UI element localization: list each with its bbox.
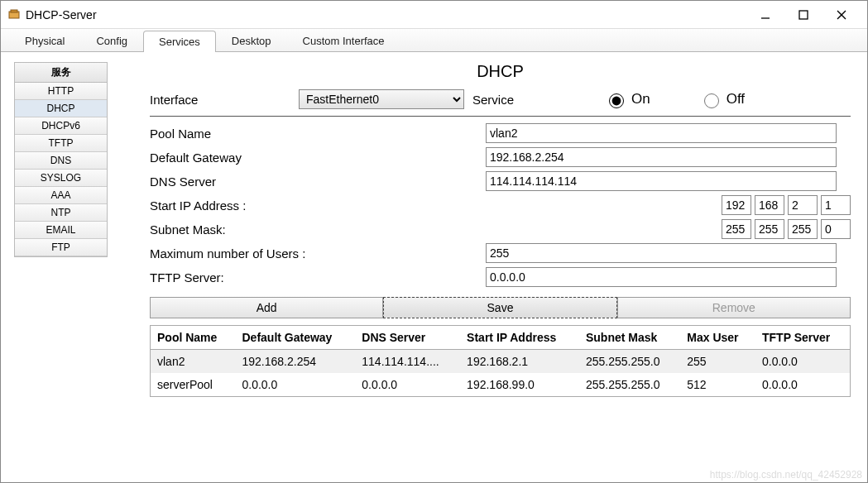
off-label: Off: [727, 91, 745, 108]
maxusers-input[interactable]: [486, 243, 837, 263]
sidebar-item-dhcp[interactable]: DHCP: [15, 100, 107, 117]
table-cell: 192.168.2.1: [460, 350, 579, 374]
action-buttons: Add Save Remove: [150, 297, 851, 318]
table-header[interactable]: Max User: [680, 326, 755, 350]
tab-services[interactable]: Services: [143, 31, 216, 52]
sidebar-item-email[interactable]: EMAIL: [15, 222, 107, 239]
gateway-label: Default Gateway: [150, 151, 486, 165]
dns-row: DNS Server: [150, 171, 851, 191]
service-on-input[interactable]: [609, 93, 624, 108]
content-area: 服务 HTTPDHCPDHCPv6TFTPDNSSYSLOGAAANTPEMAI…: [1, 52, 867, 482]
add-button[interactable]: Add: [150, 297, 383, 318]
service-on-radio[interactable]: On: [605, 91, 650, 108]
table-cell: 192.168.99.0: [460, 373, 579, 397]
tab-physical[interactable]: Physical: [9, 30, 80, 51]
table-header[interactable]: Subnet Mask: [579, 326, 680, 350]
minimize-button[interactable]: [746, 2, 784, 27]
sidebar-item-ftp[interactable]: FTP: [15, 239, 107, 256]
table-cell: 0.0.0.0: [235, 373, 355, 397]
title-text: DHCP-Server: [26, 8, 746, 22]
interface-label: Interface: [150, 93, 299, 107]
gateway-row: Default Gateway: [150, 147, 851, 167]
save-button[interactable]: Save: [383, 297, 616, 318]
table-row[interactable]: serverPool0.0.0.00.0.0.0192.168.99.0255.…: [151, 373, 851, 397]
table-cell: 192.168.2.254: [235, 350, 355, 374]
subnet-oct4[interactable]: [821, 219, 851, 239]
subnet-oct2[interactable]: [755, 219, 784, 239]
subnet-row: Subnet Mask:: [150, 219, 851, 239]
remove-button[interactable]: Remove: [617, 297, 851, 318]
table-header[interactable]: Start IP Address: [460, 326, 579, 350]
service-off-input[interactable]: [704, 93, 719, 108]
table-header[interactable]: TFTP Server: [755, 326, 851, 350]
interface-row: Interface FastEthernet0 Service On Off: [150, 89, 851, 109]
services-sidebar: 服务 HTTPDHCPDHCPv6TFTPDNSSYSLOGAAANTPEMAI…: [1, 52, 125, 482]
subnet-oct1[interactable]: [722, 219, 751, 239]
title-bar: DHCP-Server: [1, 1, 867, 29]
sidebar-header: 服务: [15, 63, 107, 83]
svg-rect-1: [11, 10, 17, 12]
sidebar-scrollbar[interactable]: [108, 62, 120, 257]
start-ip-row: Start IP Address :: [150, 195, 851, 215]
sidebar-item-aaa[interactable]: AAA: [15, 187, 107, 204]
sidebar-item-dns[interactable]: DNS: [15, 152, 107, 170]
pool-name-input[interactable]: [486, 123, 837, 143]
table-header[interactable]: DNS Server: [355, 326, 460, 350]
maxusers-row: Maximum number of Users :: [150, 243, 851, 263]
pool-table: Pool NameDefault GatewayDNS ServerStart …: [150, 325, 851, 397]
close-icon: [837, 10, 846, 20]
start-ip-oct3[interactable]: [788, 195, 818, 215]
svg-rect-3: [799, 11, 808, 19]
app-window: DHCP-Server PhysicalConfigServicesDeskto…: [0, 0, 868, 483]
maxusers-label: Maximum number of Users :: [150, 246, 486, 261]
service-off-radio[interactable]: Off: [700, 91, 745, 108]
start-ip-label: Start IP Address :: [150, 198, 486, 213]
tab-config[interactable]: Config: [80, 30, 143, 51]
table-header[interactable]: Pool Name: [151, 326, 236, 350]
tftp-label: TFTP Server:: [150, 270, 486, 285]
pool-name-row: Pool Name: [150, 116, 851, 143]
table-cell: 0.0.0.0: [355, 373, 460, 397]
subnet-oct3[interactable]: [788, 219, 818, 239]
table-header[interactable]: Default Gateway: [235, 326, 355, 350]
sidebar-item-syslog[interactable]: SYSLOG: [15, 170, 107, 187]
maximize-icon: [798, 10, 808, 20]
panel-heading: DHCP: [150, 62, 851, 81]
tab-custom-interface[interactable]: Custom Interface: [287, 30, 400, 51]
table-header-row: Pool NameDefault GatewayDNS ServerStart …: [151, 326, 851, 350]
table-cell: vlan2: [151, 350, 236, 374]
minimize-icon: [760, 10, 770, 20]
dhcp-panel: DHCP Interface FastEthernet0 Service On …: [125, 52, 867, 482]
dns-input[interactable]: [486, 171, 837, 191]
table-row[interactable]: vlan2192.168.2.254114.114.114....192.168…: [151, 350, 851, 374]
sidebar-item-http[interactable]: HTTP: [15, 83, 107, 100]
gateway-input[interactable]: [486, 147, 837, 167]
tab-desktop[interactable]: Desktop: [216, 30, 287, 51]
table-cell: serverPool: [151, 373, 236, 397]
table-cell: 255.255.255.0: [579, 350, 680, 374]
table-cell: 114.114.114....: [355, 350, 460, 374]
service-list: 服务 HTTPDHCPDHCPv6TFTPDNSSYSLOGAAANTPEMAI…: [14, 62, 108, 257]
dns-label: DNS Server: [150, 175, 486, 189]
maximize-button[interactable]: [784, 2, 822, 27]
tftp-input[interactable]: [486, 267, 837, 287]
on-label: On: [631, 91, 650, 108]
sidebar-item-tftp[interactable]: TFTP: [15, 135, 107, 152]
service-label: Service: [472, 93, 605, 107]
close-button[interactable]: [822, 2, 861, 27]
table-cell: 512: [680, 373, 755, 397]
interface-select[interactable]: FastEthernet0: [299, 89, 464, 109]
start-ip-oct2[interactable]: [755, 195, 784, 215]
sidebar-item-ntp[interactable]: NTP: [15, 204, 107, 222]
start-ip-oct4[interactable]: [821, 195, 851, 215]
table-cell: 0.0.0.0: [755, 373, 851, 397]
table-cell: 255: [680, 350, 755, 374]
subnet-label: Subnet Mask:: [150, 222, 486, 237]
table-cell: 255.255.255.0: [579, 373, 680, 397]
start-ip-oct1[interactable]: [722, 195, 751, 215]
app-icon: [7, 8, 21, 22]
sidebar-item-dhcpv6[interactable]: DHCPv6: [15, 117, 107, 135]
table-cell: 0.0.0.0: [755, 350, 851, 374]
main-tabs: PhysicalConfigServicesDesktopCustom Inte…: [1, 29, 867, 52]
pool-name-label: Pool Name: [150, 127, 486, 141]
